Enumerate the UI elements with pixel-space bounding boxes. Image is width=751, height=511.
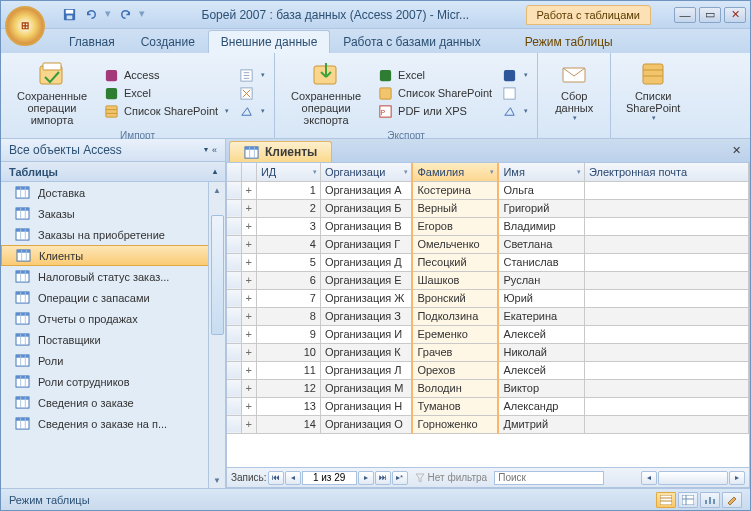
office-button[interactable]: ⊞: [5, 6, 45, 46]
close-tab-button[interactable]: ✕: [728, 142, 744, 158]
row-header[interactable]: [227, 181, 241, 199]
data-grid[interactable]: ИД▾ Организаци▾ Фамилия▾ Имя▾ Электронна…: [227, 163, 749, 467]
cell-email[interactable]: [584, 343, 748, 361]
cell-email[interactable]: [584, 361, 748, 379]
cell-id[interactable]: 7: [256, 289, 320, 307]
nav-item[interactable]: Сведения о заказе: [1, 392, 225, 413]
col-header-org[interactable]: Организаци▾: [320, 163, 412, 181]
table-row[interactable]: +10Организация КГрачевНиколай: [227, 343, 749, 361]
import-more-3[interactable]: ▾: [236, 103, 268, 120]
document-tab[interactable]: Клиенты: [229, 141, 332, 162]
cell-email[interactable]: [584, 217, 748, 235]
cell-lastname[interactable]: Володин: [412, 379, 498, 397]
cell-id[interactable]: 12: [256, 379, 320, 397]
cell-id[interactable]: 3: [256, 217, 320, 235]
select-all-header[interactable]: [227, 163, 241, 181]
nav-header[interactable]: Все объекты Access ▾ «: [1, 139, 225, 162]
nav-item[interactable]: Заказы на приобретение: [1, 224, 225, 245]
table-row[interactable]: +5Организация ДПесоцкийСтанислав: [227, 253, 749, 271]
import-sharepoint-button[interactable]: Список SharePoint▾: [101, 103, 232, 120]
expand-button[interactable]: +: [241, 397, 256, 415]
cell-id[interactable]: 13: [256, 397, 320, 415]
cell-firstname[interactable]: Руслан: [498, 271, 584, 289]
view-chart-button[interactable]: [700, 492, 720, 508]
nav-item[interactable]: Доставка: [1, 182, 225, 203]
cell-org[interactable]: Организация Д: [320, 253, 412, 271]
saved-exports-button[interactable]: Сохраненные операции экспорта: [281, 56, 371, 130]
cell-id[interactable]: 4: [256, 235, 320, 253]
cell-id[interactable]: 6: [256, 271, 320, 289]
row-header[interactable]: [227, 415, 241, 433]
close-button[interactable]: ✕: [724, 7, 746, 23]
cell-id[interactable]: 5: [256, 253, 320, 271]
cell-email[interactable]: [584, 415, 748, 433]
export-text-button[interactable]: [499, 85, 531, 102]
export-excel-button[interactable]: Excel: [375, 67, 495, 84]
expand-button[interactable]: +: [241, 361, 256, 379]
nav-item[interactable]: Отчеты о продажах: [1, 308, 225, 329]
cell-id[interactable]: 2: [256, 199, 320, 217]
export-word-button[interactable]: ▾: [499, 67, 531, 84]
record-search-input[interactable]: [494, 471, 604, 485]
first-record-button[interactable]: ⏮: [268, 471, 284, 485]
cell-org[interactable]: Организация З: [320, 307, 412, 325]
cell-org[interactable]: Организация И: [320, 325, 412, 343]
import-more-2[interactable]: [236, 85, 268, 102]
cell-firstname[interactable]: Виктор: [498, 379, 584, 397]
cell-org[interactable]: Организация Ж: [320, 289, 412, 307]
cell-email[interactable]: [584, 253, 748, 271]
saved-imports-button[interactable]: Сохраненные операции импорта: [7, 56, 97, 130]
table-row[interactable]: +2Организация БВерныйГригорий: [227, 199, 749, 217]
cell-firstname[interactable]: Екатерина: [498, 307, 584, 325]
row-header[interactable]: [227, 271, 241, 289]
table-row[interactable]: +11Организация ЛОреховАлексей: [227, 361, 749, 379]
scroll-up-icon[interactable]: ▲: [209, 182, 225, 198]
import-excel-button[interactable]: Excel: [101, 85, 232, 102]
expand-button[interactable]: +: [241, 181, 256, 199]
cell-id[interactable]: 11: [256, 361, 320, 379]
row-header[interactable]: [227, 217, 241, 235]
table-row[interactable]: +9Организация ИЕременкоАлексей: [227, 325, 749, 343]
last-record-button[interactable]: ⏭: [375, 471, 391, 485]
cell-email[interactable]: [584, 181, 748, 199]
cell-firstname[interactable]: Александр: [498, 397, 584, 415]
save-icon[interactable]: [61, 7, 77, 23]
export-sharepoint-button[interactable]: Список SharePoint: [375, 85, 495, 102]
cell-firstname[interactable]: Светлана: [498, 235, 584, 253]
cell-lastname[interactable]: Шашков: [412, 271, 498, 289]
nav-item[interactable]: Операции с запасами: [1, 287, 225, 308]
cell-firstname[interactable]: Алексей: [498, 361, 584, 379]
table-row[interactable]: +7Организация ЖВронскийЮрий: [227, 289, 749, 307]
scroll-thumb[interactable]: [211, 215, 224, 335]
nav-collapse-icon[interactable]: «: [212, 145, 217, 155]
cell-lastname[interactable]: Подколзина: [412, 307, 498, 325]
row-header[interactable]: [227, 343, 241, 361]
collect-data-button[interactable]: Сбор данных▾: [544, 56, 604, 126]
import-more-1[interactable]: ▾: [236, 67, 268, 84]
hscroll-right[interactable]: ▸: [729, 471, 745, 485]
table-row[interactable]: +4Организация ГОмельченкоСветлана: [227, 235, 749, 253]
nav-section-tables[interactable]: Таблицы ▴: [1, 162, 225, 182]
table-row[interactable]: +8Организация ЗПодколзинаЕкатерина: [227, 307, 749, 325]
cell-lastname[interactable]: Еременко: [412, 325, 498, 343]
expand-button[interactable]: +: [241, 253, 256, 271]
table-row[interactable]: +1Организация АКостеринаОльга: [227, 181, 749, 199]
tab-create[interactable]: Создание: [128, 30, 208, 53]
cell-firstname[interactable]: Алексей: [498, 325, 584, 343]
filter-indicator[interactable]: Нет фильтра: [409, 472, 494, 483]
cell-email[interactable]: [584, 271, 748, 289]
cell-org[interactable]: Организация Е: [320, 271, 412, 289]
cell-org[interactable]: Организация Б: [320, 199, 412, 217]
expand-button[interactable]: +: [241, 307, 256, 325]
nav-item[interactable]: Заказы: [1, 203, 225, 224]
cell-org[interactable]: Организация В: [320, 217, 412, 235]
cell-lastname[interactable]: Песоцкий: [412, 253, 498, 271]
expand-button[interactable]: +: [241, 289, 256, 307]
nav-item[interactable]: Клиенты: [1, 245, 225, 266]
table-row[interactable]: +13Организация НТумановАлександр: [227, 397, 749, 415]
table-row[interactable]: +3Организация ВЕгоровВладимир: [227, 217, 749, 235]
cell-lastname[interactable]: Костерина: [412, 181, 498, 199]
expand-button[interactable]: +: [241, 379, 256, 397]
col-header-lastname[interactable]: Фамилия▾: [412, 163, 498, 181]
cell-lastname[interactable]: Орехов: [412, 361, 498, 379]
